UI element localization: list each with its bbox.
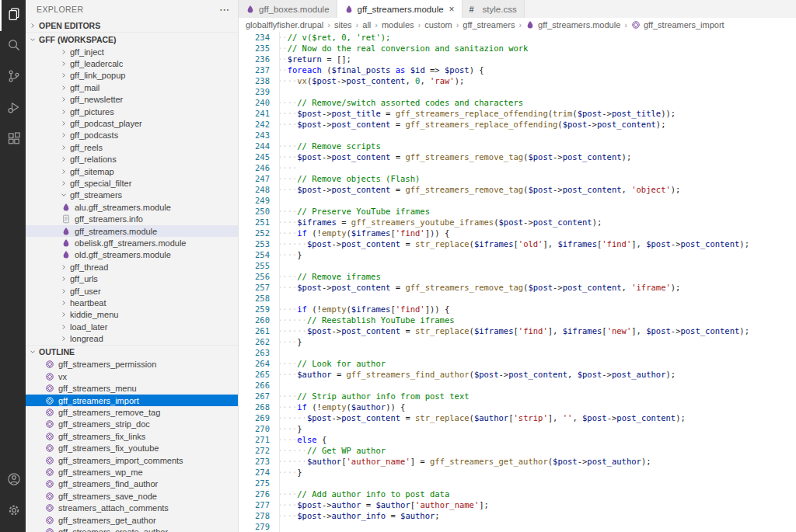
workspace-header[interactable]: GFF (WORKSPACE) (26, 32, 238, 46)
tree-item-kiddie-menu[interactable]: kiddie_menu (26, 309, 238, 321)
tab-gff-boxes-module[interactable]: gff_boxes.module (239, 0, 337, 18)
code-line[interactable]: 268····if (!empty($author)) { (239, 402, 796, 412)
tab-gff-streamers-module[interactable]: gff_streamers.module× (337, 0, 463, 18)
tree-item-gff-special-filter[interactable]: gff_special_filter (26, 177, 238, 189)
code-line[interactable]: 275 (239, 478, 796, 489)
code-line[interactable]: 242····$post->post_content = gff_streame… (239, 119, 796, 130)
breadcrumb-item-sites[interactable]: sites (334, 20, 352, 30)
code-line[interactable]: 273······$author['author_name'] = gff_st… (239, 456, 796, 467)
code-line[interactable]: 260······// Reestablish YouTube iframes (239, 315, 796, 325)
code-line[interactable]: 269······$post->post_content = str_repla… (239, 412, 796, 423)
more-actions-icon[interactable]: ⋯ (219, 4, 230, 16)
code-line[interactable]: 248····$post->post_content = gff_streame… (239, 184, 796, 195)
outline-item-gff_streamers_remove_tag[interactable]: gff_streamers_remove_tag (26, 406, 238, 418)
code-line[interactable]: 245····$post->post_content = gff_streame… (239, 151, 796, 162)
tree-item-gff-streamers[interactable]: gff_streamers (26, 190, 238, 201)
code-line[interactable]: 250····// Preserve YouTube iframes (239, 206, 796, 217)
code-editor[interactable]: 234··// v($ret, 0, 'ret');235··// Now do… (239, 32, 796, 532)
breadcrumb-item-globalflyfisher-drupal[interactable]: globalflyfisher.drupal (246, 20, 323, 30)
outline-header[interactable]: OUTLINE (26, 345, 238, 359)
tree-item-gff-sitemap[interactable]: gff_sitemap (26, 165, 238, 177)
code-line[interactable]: 278····$post->author_info = $author; (239, 510, 796, 521)
tree-item-gff-streamers-info[interactable]: gff_streamers.info (26, 213, 238, 224)
code-line[interactable]: 246···· (239, 162, 796, 173)
activity-explorer-button[interactable] (0, 0, 26, 31)
tree-item-obelisk-gff-streamers-module[interactable]: obelisk.gff_streamers.module (26, 237, 238, 249)
tree-item-gff-podcast-player[interactable]: gff_podcast_player (26, 117, 238, 129)
outline-item-gff_streamers_create_author[interactable]: gff_streamers_create_author (26, 526, 238, 532)
tree-item-gff-pictures[interactable]: gff_pictures (26, 106, 238, 117)
code-line[interactable]: 234··// v($ret, 0, 'ret'); (239, 32, 796, 43)
code-line[interactable]: 238····vx($post->post_content, 0, 'raw')… (239, 75, 796, 86)
outline-item-gff_streamers_fix_youtube[interactable]: gff_streamers_fix_youtube (26, 443, 238, 454)
breadcrumb-item-modules[interactable]: modules (382, 20, 414, 30)
tree-item-gff-reels[interactable]: gff_reels (26, 141, 238, 153)
breadcrumb-item-gff-streamers-module[interactable]: gff_streamers.module (525, 20, 620, 30)
outline-item-gff_streamers_wp_me[interactable]: gff_streamers_wp_me (26, 466, 238, 478)
outline-item-gff_streamers_import[interactable]: gff_streamers_import (26, 395, 238, 406)
outline-item-gff_streamers_fix_links[interactable]: gff_streamers_fix_links (26, 430, 238, 442)
tree-item-gff-mail[interactable]: gff_mail (26, 82, 238, 93)
breadcrumb-item-gff-streamers-import[interactable]: gff_streamers_import (631, 20, 724, 30)
code-line[interactable]: 266 (239, 380, 796, 391)
code-line[interactable]: 279 (239, 521, 796, 532)
open-editors-header[interactable]: OPEN EDITORS (26, 19, 238, 32)
code-line[interactable]: 251····$iframes = gff_streamers_youtube_… (239, 217, 796, 228)
activity-extensions-button[interactable] (0, 124, 26, 155)
code-line[interactable]: 236··$return = []; (239, 54, 796, 64)
code-line[interactable]: 243 (239, 130, 796, 141)
tree-item-old-gff-streamers-module[interactable]: old.gff_streamers.module (26, 249, 238, 261)
code-line[interactable]: 265····$author = gff_streamers_find_auth… (239, 369, 796, 380)
code-line[interactable]: 240····// Remove/switch assorted codes a… (239, 97, 796, 108)
code-line[interactable]: 276····// Add author info to post data (239, 489, 796, 499)
activity-account-button[interactable] (0, 465, 26, 496)
code-line[interactable]: 255 (239, 260, 796, 271)
outline-item-streamers_attach_comments[interactable]: streamers_attach_comments (26, 502, 238, 513)
code-line[interactable]: 239 (239, 86, 796, 97)
outline-item-gff_streamers_save_node[interactable]: gff_streamers_save_node (26, 490, 238, 502)
outline-item-gff_streamers_find_author[interactable]: gff_streamers_find_author (26, 478, 238, 490)
tree-item-load-later[interactable]: load_later (26, 321, 238, 332)
outline-item-gff_streamers_menu[interactable]: gff_streamers_menu (26, 383, 238, 395)
tree-item-gff-thread[interactable]: gff_thread (26, 261, 238, 273)
tree-item-heartbeat[interactable]: heartbeat (26, 297, 238, 308)
code-line[interactable]: 252····if (!empty($iframes['find'])) { (239, 228, 796, 238)
code-line[interactable]: 263 (239, 347, 796, 358)
outline-item-gff_streamers_strip_doc[interactable]: gff_streamers_strip_doc (26, 419, 238, 430)
code-line[interactable]: 257····$post->post_content = gff_streame… (239, 282, 796, 293)
code-line[interactable]: 241····$post->post_title = gff_streamers… (239, 108, 796, 119)
code-line[interactable]: 237··foreach ($final_posts as $id => $po… (239, 64, 796, 75)
tree-item-gff-inject[interactable]: gff_inject (26, 46, 238, 57)
tree-item-gff-user[interactable]: gff_user (26, 285, 238, 297)
code-line[interactable]: 274····} (239, 467, 796, 478)
tree-item-gff-leadercalc[interactable]: gff_leadercalc (26, 57, 238, 69)
tree-item-longread[interactable]: longread (26, 332, 238, 344)
code-line[interactable]: 256····// Remove iframes (239, 271, 796, 282)
code-line[interactable]: 249 (239, 195, 796, 206)
code-line[interactable]: 262····} (239, 336, 796, 347)
code-line[interactable]: 258 (239, 293, 796, 304)
code-line[interactable]: 271····else { (239, 434, 796, 445)
outline-item-gff_streamers_import_comments[interactable]: gff_streamers_import_comments (26, 454, 238, 466)
breadcrumb-item-gff-streamers[interactable]: gff_streamers (463, 20, 515, 30)
activity-run-debug-button[interactable] (0, 93, 26, 124)
tree-item-gff-link-popup[interactable]: gff_link_popup (26, 70, 238, 82)
activity-settings-button[interactable] (0, 496, 26, 527)
outline-item-gff_streamers_permission[interactable]: gff_streamers_permission (26, 359, 238, 370)
breadcrumb-item-all[interactable]: all (362, 20, 371, 30)
close-icon[interactable]: × (449, 5, 455, 14)
code-line[interactable]: 235··// Now do the real conversion and s… (239, 43, 796, 54)
tree-item-alu-gff-streamers-module[interactable]: alu.gff_streamers.module (26, 201, 238, 213)
code-line[interactable]: 264····// Look for author (239, 358, 796, 369)
code-line[interactable]: 254····} (239, 249, 796, 260)
code-line[interactable]: 267····// Strip author info from post te… (239, 391, 796, 402)
outline-item-gff_streamers_get_author[interactable]: gff_streamers_get_author (26, 514, 238, 526)
code-line[interactable]: 259····if (!empty($iframes['find'])) { (239, 304, 796, 315)
tree-item-gff-urls[interactable]: gff_urls (26, 273, 238, 284)
code-line[interactable]: 261······$post->post_content = str_repla… (239, 325, 796, 336)
breadcrumb-item-custom[interactable]: custom (424, 20, 452, 30)
tree-item-gff-streamers-module[interactable]: gff_streamers.module (26, 225, 238, 237)
code-line[interactable]: 244····// Remove scripts (239, 141, 796, 151)
code-line[interactable]: 272······// Get WP author (239, 445, 796, 456)
code-line[interactable]: 247····// Remove objects (Flash) (239, 173, 796, 184)
